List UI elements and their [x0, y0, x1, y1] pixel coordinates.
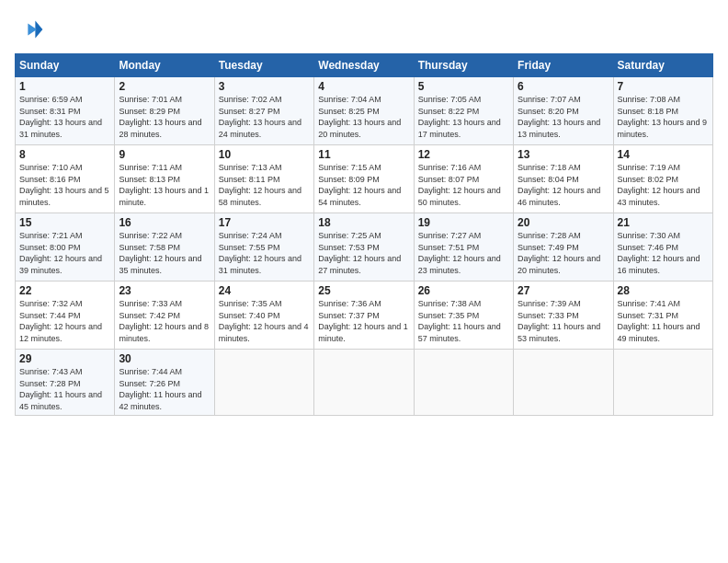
day-info: Sunrise: 7:04 AMSunset: 8:25 PMDaylight:… [318, 95, 401, 139]
day-number: 8 [19, 148, 110, 161]
day-number: 10 [219, 148, 310, 161]
table-cell: 4Sunrise: 7:04 AMSunset: 8:25 PMDaylight… [314, 77, 414, 145]
day-number: 7 [618, 80, 709, 93]
table-cell: 7Sunrise: 7:08 AMSunset: 8:18 PMDaylight… [613, 77, 712, 145]
day-number: 11 [318, 148, 409, 161]
table-cell: 19Sunrise: 7:27 AMSunset: 7:51 PMDayligh… [414, 213, 513, 282]
day-number: 16 [119, 216, 210, 229]
day-info: Sunrise: 7:02 AMSunset: 8:27 PMDaylight:… [219, 95, 301, 139]
header [15, 15, 713, 44]
table-cell: 14Sunrise: 7:19 AMSunset: 8:02 PMDayligh… [613, 145, 712, 213]
day-number: 26 [418, 284, 509, 297]
day-info: Sunrise: 7:30 AMSunset: 7:46 PMDaylight:… [618, 231, 700, 275]
day-info: Sunrise: 7:28 AMSunset: 7:49 PMDaylight:… [518, 231, 600, 275]
table-cell: 16Sunrise: 7:22 AMSunset: 7:58 PMDayligh… [115, 213, 214, 282]
table-cell: 17Sunrise: 7:24 AMSunset: 7:55 PMDayligh… [214, 213, 313, 282]
day-info: Sunrise: 7:05 AMSunset: 8:22 PMDaylight:… [418, 95, 501, 139]
table-cell: 24Sunrise: 7:35 AMSunset: 7:40 PMDayligh… [214, 282, 313, 350]
day-info: Sunrise: 7:24 AMSunset: 7:55 PMDaylight:… [219, 231, 301, 275]
day-number: 15 [19, 216, 110, 229]
day-info: Sunrise: 7:22 AMSunset: 7:58 PMDaylight:… [119, 231, 201, 275]
day-info: Sunrise: 7:36 AMSunset: 7:37 PMDaylight:… [318, 299, 408, 343]
day-info: Sunrise: 6:59 AMSunset: 8:31 PMDaylight:… [19, 95, 102, 139]
col-wednesday: Wednesday [314, 54, 414, 77]
day-number: 24 [219, 284, 310, 297]
day-info: Sunrise: 7:33 AMSunset: 7:42 PMDaylight:… [119, 299, 209, 343]
day-number: 6 [518, 80, 609, 93]
day-number: 21 [618, 216, 709, 229]
table-cell: 15Sunrise: 7:21 AMSunset: 8:00 PMDayligh… [16, 213, 115, 282]
table-cell: 3Sunrise: 7:02 AMSunset: 8:27 PMDaylight… [214, 77, 313, 145]
table-cell: 8Sunrise: 7:10 AMSunset: 8:16 PMDaylight… [16, 145, 115, 213]
col-thursday: Thursday [414, 54, 513, 77]
calendar: Sunday Monday Tuesday Wednesday Thursday… [15, 53, 713, 416]
table-cell: 6Sunrise: 7:07 AMSunset: 8:20 PMDaylight… [514, 77, 613, 145]
day-info: Sunrise: 7:25 AMSunset: 7:53 PMDaylight:… [318, 231, 401, 275]
logo [15, 15, 48, 44]
day-info: Sunrise: 7:27 AMSunset: 7:51 PMDaylight:… [418, 231, 501, 275]
table-cell: 22Sunrise: 7:32 AMSunset: 7:44 PMDayligh… [16, 282, 115, 350]
day-info: Sunrise: 7:39 AMSunset: 7:33 PMDaylight:… [518, 299, 600, 343]
day-info: Sunrise: 7:44 AMSunset: 7:26 PMDaylight:… [119, 367, 201, 411]
col-monday: Monday [115, 54, 214, 77]
day-info: Sunrise: 7:35 AMSunset: 7:40 PMDaylight:… [219, 299, 309, 343]
table-cell: 27Sunrise: 7:39 AMSunset: 7:33 PMDayligh… [514, 282, 613, 350]
day-info: Sunrise: 7:21 AMSunset: 8:00 PMDaylight:… [19, 231, 102, 275]
col-saturday: Saturday [613, 54, 712, 77]
table-cell: 12Sunrise: 7:16 AMSunset: 8:07 PMDayligh… [414, 145, 513, 213]
day-number: 22 [19, 284, 110, 297]
table-cell [214, 350, 313, 416]
day-info: Sunrise: 7:01 AMSunset: 8:29 PMDaylight:… [119, 95, 201, 139]
table-cell: 1Sunrise: 6:59 AMSunset: 8:31 PMDaylight… [16, 77, 115, 145]
table-cell: 25Sunrise: 7:36 AMSunset: 7:37 PMDayligh… [314, 282, 414, 350]
day-number: 30 [119, 352, 210, 365]
day-number: 5 [418, 80, 509, 93]
day-number: 18 [318, 216, 409, 229]
day-number: 12 [418, 148, 509, 161]
calendar-header-row: Sunday Monday Tuesday Wednesday Thursday… [16, 54, 713, 77]
day-number: 23 [119, 284, 210, 297]
day-info: Sunrise: 7:08 AMSunset: 8:18 PMDaylight:… [618, 95, 708, 139]
day-info: Sunrise: 7:15 AMSunset: 8:09 PMDaylight:… [318, 163, 401, 207]
table-cell: 9Sunrise: 7:11 AMSunset: 8:13 PMDaylight… [115, 145, 214, 213]
day-number: 29 [19, 352, 110, 365]
day-number: 4 [318, 80, 409, 93]
day-info: Sunrise: 7:18 AMSunset: 8:04 PMDaylight:… [518, 163, 600, 207]
day-number: 1 [19, 80, 110, 93]
table-cell: 30Sunrise: 7:44 AMSunset: 7:26 PMDayligh… [115, 350, 214, 416]
table-cell: 5Sunrise: 7:05 AMSunset: 8:22 PMDaylight… [414, 77, 513, 145]
table-cell: 10Sunrise: 7:13 AMSunset: 8:11 PMDayligh… [214, 145, 313, 213]
day-info: Sunrise: 7:10 AMSunset: 8:16 PMDaylight:… [19, 163, 109, 207]
day-number: 3 [219, 80, 310, 93]
col-sunday: Sunday [16, 54, 115, 77]
day-number: 17 [219, 216, 310, 229]
table-cell: 13Sunrise: 7:18 AMSunset: 8:04 PMDayligh… [514, 145, 613, 213]
table-cell [613, 350, 712, 416]
table-cell [314, 350, 414, 416]
day-number: 25 [318, 284, 409, 297]
day-number: 20 [518, 216, 609, 229]
table-cell: 29Sunrise: 7:43 AMSunset: 7:28 PMDayligh… [16, 350, 115, 416]
day-number: 13 [518, 148, 609, 161]
table-cell [414, 350, 513, 416]
day-number: 2 [119, 80, 210, 93]
table-cell: 23Sunrise: 7:33 AMSunset: 7:42 PMDayligh… [115, 282, 214, 350]
page: Sunday Monday Tuesday Wednesday Thursday… [0, 0, 728, 563]
table-cell: 2Sunrise: 7:01 AMSunset: 8:29 PMDaylight… [115, 77, 214, 145]
col-friday: Friday [514, 54, 613, 77]
day-info: Sunrise: 7:16 AMSunset: 8:07 PMDaylight:… [418, 163, 501, 207]
day-number: 19 [418, 216, 509, 229]
day-info: Sunrise: 7:32 AMSunset: 7:44 PMDaylight:… [19, 299, 102, 343]
day-info: Sunrise: 7:13 AMSunset: 8:11 PMDaylight:… [219, 163, 301, 207]
day-number: 9 [119, 148, 210, 161]
day-info: Sunrise: 7:07 AMSunset: 8:20 PMDaylight:… [518, 95, 600, 139]
table-cell: 28Sunrise: 7:41 AMSunset: 7:31 PMDayligh… [613, 282, 712, 350]
day-info: Sunrise: 7:41 AMSunset: 7:31 PMDaylight:… [618, 299, 700, 343]
day-info: Sunrise: 7:19 AMSunset: 8:02 PMDaylight:… [618, 163, 700, 207]
table-cell: 26Sunrise: 7:38 AMSunset: 7:35 PMDayligh… [414, 282, 513, 350]
day-number: 28 [618, 284, 709, 297]
table-cell: 20Sunrise: 7:28 AMSunset: 7:49 PMDayligh… [514, 213, 613, 282]
day-number: 27 [518, 284, 609, 297]
day-info: Sunrise: 7:43 AMSunset: 7:28 PMDaylight:… [19, 367, 102, 411]
table-cell: 11Sunrise: 7:15 AMSunset: 8:09 PMDayligh… [314, 145, 414, 213]
